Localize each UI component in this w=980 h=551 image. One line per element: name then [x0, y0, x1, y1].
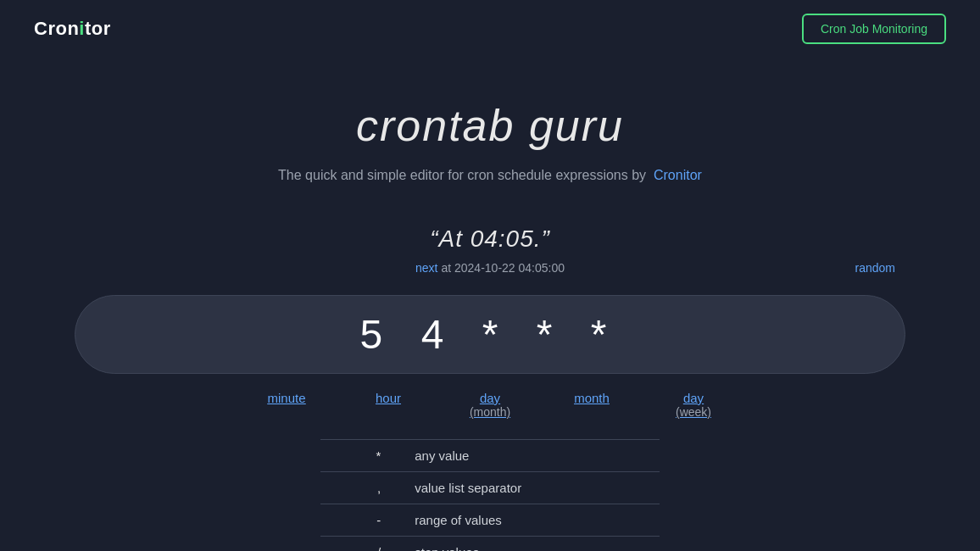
symbol-cell: / [320, 537, 401, 552]
day-week-sub: (week) [676, 405, 711, 419]
cron-input-wrapper [75, 295, 905, 374]
desc-cell: value list separator [401, 472, 660, 504]
field-label-day-month[interactable]: day (month) [439, 391, 541, 419]
monitoring-button[interactable]: Cron Job Monitoring [802, 14, 946, 44]
cronitor-link[interactable]: Cronitor [654, 168, 702, 182]
subtitle-text: The quick and simple editor for cron sch… [278, 168, 646, 182]
random-link[interactable]: random [855, 261, 895, 275]
month-label: month [574, 391, 610, 405]
table-row: * any value [320, 440, 660, 472]
day-month-sub: (month) [470, 405, 510, 419]
expression-display: “At 04:05.” [430, 225, 550, 253]
logo: Cronitor [34, 18, 111, 40]
table-row: - range of values [320, 504, 660, 537]
page-title: crontab guru [356, 100, 624, 151]
cron-input[interactable] [109, 311, 871, 358]
desc-cell: any value [401, 440, 660, 472]
main-content: crontab guru The quick and simple editor… [0, 58, 980, 551]
desc-cell: step values [401, 537, 660, 552]
hour-label: hour [376, 391, 401, 405]
logo-text-2: tor [85, 18, 111, 40]
next-link[interactable]: next [415, 261, 437, 275]
desc-cell: range of values [401, 504, 660, 537]
logo-dot: i [79, 18, 85, 40]
subtitle: The quick and simple editor for cron sch… [278, 168, 702, 183]
symbol-cell: - [320, 504, 401, 537]
day-week-label: day [683, 391, 704, 405]
header: Cronitor Cron Job Monitoring [0, 0, 980, 58]
minute-label: minute [267, 391, 305, 405]
table-row: / step values [320, 537, 660, 552]
logo-text: Cron [34, 18, 79, 40]
field-label-month[interactable]: month [541, 391, 643, 405]
field-labels: minute hour day (month) month day (week) [75, 391, 905, 419]
symbol-cell: * [320, 440, 401, 472]
day-month-label: day [480, 391, 500, 405]
field-label-day-week[interactable]: day (week) [643, 391, 744, 419]
symbol-cell: , [320, 472, 401, 504]
table-row: , value list separator [320, 472, 660, 504]
next-run-container: next at 2024-10-22 04:05:00 random [0, 261, 980, 275]
field-label-minute[interactable]: minute [236, 391, 337, 405]
next-text: at 2024-10-22 04:05:00 [441, 261, 565, 275]
field-label-hour[interactable]: hour [337, 391, 439, 405]
reference-table: * any value , value list separator - ran… [320, 439, 660, 551]
